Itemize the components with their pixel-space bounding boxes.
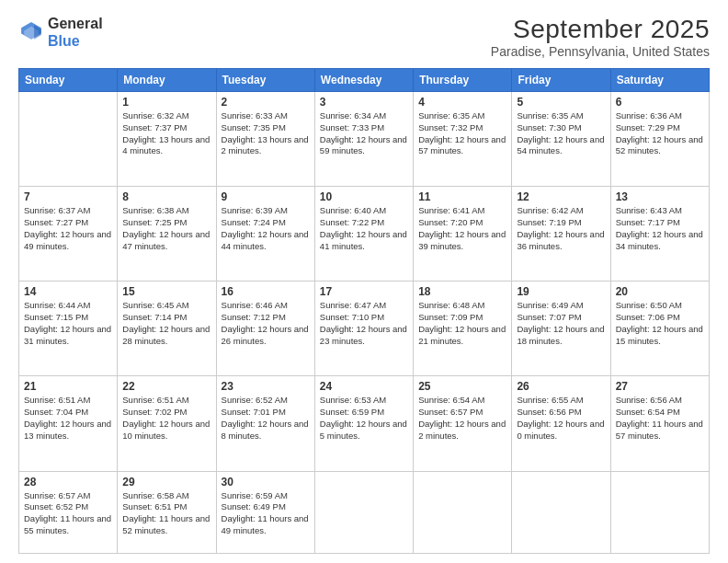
day-number: 12 <box>517 190 605 203</box>
day-detail: Sunrise: 6:53 AMSunset: 6:59 PMDaylight:… <box>320 395 408 442</box>
calendar-cell: 29Sunrise: 6:58 AMSunset: 6:51 PMDayligh… <box>118 471 216 553</box>
calendar-cell: 12Sunrise: 6:42 AMSunset: 7:19 PMDayligh… <box>512 187 610 282</box>
day-number: 28 <box>24 476 112 488</box>
weekday-sunday: Sunday <box>19 69 118 92</box>
day-number: 23 <box>222 380 310 393</box>
day-number: 22 <box>122 380 210 393</box>
calendar-week-3: 14Sunrise: 6:44 AMSunset: 7:15 PMDayligh… <box>19 282 710 376</box>
day-detail: Sunrise: 6:51 AMSunset: 7:02 PMDaylight:… <box>122 395 210 442</box>
calendar-week-4: 21Sunrise: 6:51 AMSunset: 7:04 PMDayligh… <box>19 376 710 471</box>
calendar-cell <box>512 471 610 553</box>
day-detail: Sunrise: 6:49 AMSunset: 7:07 PMDaylight:… <box>517 300 605 347</box>
calendar-cell <box>314 471 413 553</box>
day-number: 3 <box>320 96 408 109</box>
day-detail: Sunrise: 6:55 AMSunset: 6:56 PMDaylight:… <box>517 395 605 442</box>
day-detail: Sunrise: 6:36 AMSunset: 7:29 PMDaylight:… <box>616 110 704 157</box>
calendar-cell <box>414 471 512 553</box>
day-number: 5 <box>517 96 605 109</box>
calendar-cell: 14Sunrise: 6:44 AMSunset: 7:15 PMDayligh… <box>19 282 118 376</box>
weekday-tuesday: Tuesday <box>216 69 314 92</box>
calendar-cell <box>19 92 118 187</box>
day-detail: Sunrise: 6:59 AMSunset: 6:49 PMDaylight:… <box>222 490 310 537</box>
calendar-cell: 15Sunrise: 6:45 AMSunset: 7:14 PMDayligh… <box>118 282 216 376</box>
calendar-week-5: 28Sunrise: 6:57 AMSunset: 6:52 PMDayligh… <box>19 471 710 553</box>
day-number: 7 <box>24 190 112 203</box>
day-number: 16 <box>222 285 310 298</box>
calendar-cell: 21Sunrise: 6:51 AMSunset: 7:04 PMDayligh… <box>19 376 118 471</box>
calendar-subtitle: Paradise, Pennsylvania, United States <box>491 44 710 59</box>
calendar-cell: 7Sunrise: 6:37 AMSunset: 7:27 PMDaylight… <box>19 187 118 282</box>
day-detail: Sunrise: 6:48 AMSunset: 7:09 PMDaylight:… <box>418 300 506 347</box>
calendar-week-1: 1Sunrise: 6:32 AMSunset: 7:37 PMDaylight… <box>19 92 710 187</box>
day-detail: Sunrise: 6:46 AMSunset: 7:12 PMDaylight:… <box>222 300 310 347</box>
day-number: 14 <box>24 285 112 298</box>
day-number: 10 <box>320 190 408 203</box>
day-detail: Sunrise: 6:35 AMSunset: 7:32 PMDaylight:… <box>418 110 506 157</box>
calendar-cell: 3Sunrise: 6:34 AMSunset: 7:33 PMDaylight… <box>314 92 413 187</box>
calendar-cell: 13Sunrise: 6:43 AMSunset: 7:17 PMDayligh… <box>610 187 709 282</box>
day-number: 24 <box>320 380 408 393</box>
day-number: 13 <box>616 190 704 203</box>
day-number: 11 <box>418 190 506 203</box>
title-block: September 2025 Paradise, Pennsylvania, U… <box>491 15 710 59</box>
day-detail: Sunrise: 6:43 AMSunset: 7:17 PMDaylight:… <box>616 205 704 252</box>
day-detail: Sunrise: 6:50 AMSunset: 7:06 PMDaylight:… <box>616 300 704 347</box>
day-detail: Sunrise: 6:52 AMSunset: 7:01 PMDaylight:… <box>222 395 310 442</box>
day-detail: Sunrise: 6:41 AMSunset: 7:20 PMDaylight:… <box>418 205 506 252</box>
calendar-cell: 23Sunrise: 6:52 AMSunset: 7:01 PMDayligh… <box>216 376 314 471</box>
calendar-cell: 28Sunrise: 6:57 AMSunset: 6:52 PMDayligh… <box>19 471 118 553</box>
day-number: 8 <box>122 190 210 203</box>
calendar-cell: 11Sunrise: 6:41 AMSunset: 7:20 PMDayligh… <box>414 187 512 282</box>
calendar-cell: 18Sunrise: 6:48 AMSunset: 7:09 PMDayligh… <box>414 282 512 376</box>
calendar-cell: 30Sunrise: 6:59 AMSunset: 6:49 PMDayligh… <box>216 471 314 553</box>
day-detail: Sunrise: 6:56 AMSunset: 6:54 PMDaylight:… <box>616 395 704 442</box>
calendar-cell: 9Sunrise: 6:39 AMSunset: 7:24 PMDaylight… <box>216 187 314 282</box>
day-detail: Sunrise: 6:58 AMSunset: 6:51 PMDaylight:… <box>122 490 210 537</box>
calendar-cell: 19Sunrise: 6:49 AMSunset: 7:07 PMDayligh… <box>512 282 610 376</box>
day-number: 29 <box>122 476 210 488</box>
day-number: 30 <box>222 476 310 488</box>
day-number: 4 <box>418 96 506 109</box>
day-detail: Sunrise: 6:42 AMSunset: 7:19 PMDaylight:… <box>517 205 605 252</box>
calendar-cell: 27Sunrise: 6:56 AMSunset: 6:54 PMDayligh… <box>610 376 709 471</box>
weekday-header-row: SundayMondayTuesdayWednesdayThursdayFrid… <box>19 69 710 92</box>
day-detail: Sunrise: 6:54 AMSunset: 6:57 PMDaylight:… <box>418 395 506 442</box>
day-detail: Sunrise: 6:44 AMSunset: 7:15 PMDaylight:… <box>24 300 112 347</box>
day-number: 2 <box>222 96 310 109</box>
day-number: 25 <box>418 380 506 393</box>
calendar-cell: 22Sunrise: 6:51 AMSunset: 7:02 PMDayligh… <box>118 376 216 471</box>
calendar-week-2: 7Sunrise: 6:37 AMSunset: 7:27 PMDaylight… <box>19 187 710 282</box>
calendar-cell: 24Sunrise: 6:53 AMSunset: 6:59 PMDayligh… <box>314 376 413 471</box>
logo-icon <box>18 19 44 45</box>
calendar-cell: 10Sunrise: 6:40 AMSunset: 7:22 PMDayligh… <box>314 187 413 282</box>
day-detail: Sunrise: 6:39 AMSunset: 7:24 PMDaylight:… <box>222 205 310 252</box>
day-detail: Sunrise: 6:57 AMSunset: 6:52 PMDaylight:… <box>24 490 112 537</box>
calendar-cell: 2Sunrise: 6:33 AMSunset: 7:35 PMDaylight… <box>216 92 314 187</box>
calendar-cell: 25Sunrise: 6:54 AMSunset: 6:57 PMDayligh… <box>414 376 512 471</box>
weekday-monday: Monday <box>118 69 216 92</box>
day-number: 20 <box>616 285 704 298</box>
day-number: 1 <box>122 96 210 109</box>
day-detail: Sunrise: 6:35 AMSunset: 7:30 PMDaylight:… <box>517 110 605 157</box>
day-number: 18 <box>418 285 506 298</box>
day-detail: Sunrise: 6:32 AMSunset: 7:37 PMDaylight:… <box>122 110 210 157</box>
calendar-cell: 1Sunrise: 6:32 AMSunset: 7:37 PMDaylight… <box>118 92 216 187</box>
weekday-saturday: Saturday <box>610 69 709 92</box>
logo-text: General Blue <box>48 15 103 50</box>
day-detail: Sunrise: 6:38 AMSunset: 7:25 PMDaylight:… <box>122 205 210 252</box>
day-number: 15 <box>122 285 210 298</box>
calendar-cell: 16Sunrise: 6:46 AMSunset: 7:12 PMDayligh… <box>216 282 314 376</box>
svg-marker-2 <box>34 25 41 40</box>
calendar-cell: 26Sunrise: 6:55 AMSunset: 6:56 PMDayligh… <box>512 376 610 471</box>
page-header: General Blue September 2025 Paradise, Pe… <box>18 15 710 59</box>
day-detail: Sunrise: 6:51 AMSunset: 7:04 PMDaylight:… <box>24 395 112 442</box>
weekday-wednesday: Wednesday <box>314 69 413 92</box>
calendar-page: General Blue September 2025 Paradise, Pe… <box>0 0 728 563</box>
day-number: 27 <box>616 380 704 393</box>
calendar-title: September 2025 <box>491 15 710 44</box>
calendar-table: SundayMondayTuesdayWednesdayThursdayFrid… <box>18 68 710 554</box>
day-detail: Sunrise: 6:37 AMSunset: 7:27 PMDaylight:… <box>24 205 112 252</box>
day-number: 26 <box>517 380 605 393</box>
day-detail: Sunrise: 6:40 AMSunset: 7:22 PMDaylight:… <box>320 205 408 252</box>
calendar-cell: 5Sunrise: 6:35 AMSunset: 7:30 PMDaylight… <box>512 92 610 187</box>
